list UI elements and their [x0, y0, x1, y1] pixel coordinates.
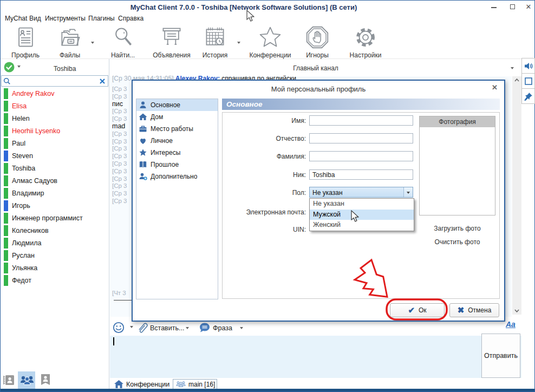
channel-header[interactable]: Главный канал [110, 59, 521, 76]
nav-item-past[interactable]: Прошлое [136, 159, 218, 171]
middle-name-input[interactable] [309, 133, 413, 143]
heart-icon [139, 136, 147, 145]
contacts-group-icon[interactable] [19, 374, 35, 387]
emoji-icon[interactable] [113, 322, 125, 334]
contact-row[interactable]: Andrey Rakov [1, 88, 109, 100]
status-bar [4, 175, 8, 186]
window-title: MyChat Client 7.0.0 - Toshiba [Network S… [1, 3, 487, 11]
status-bar [4, 163, 8, 174]
contact-row[interactable]: Steven [1, 150, 109, 162]
first-name-input[interactable] [309, 115, 413, 126]
cancel-button[interactable]: ✖ Отмена [449, 303, 499, 317]
contact-row[interactable]: Игорь [1, 200, 109, 212]
history-dropdown-caret[interactable] [237, 42, 240, 44]
contact-row[interactable]: Toshiba [1, 162, 109, 175]
nav-item-interests[interactable]: Интересы [136, 147, 218, 159]
contact-row[interactable]: Федот [1, 275, 109, 287]
combobox-button[interactable] [403, 187, 413, 197]
ok-button[interactable]: ✔ Ок [390, 303, 445, 317]
status-dropdown-caret[interactable] [17, 66, 21, 68]
sound-button[interactable] [521, 58, 535, 74]
menu-plugins[interactable]: Плагины [88, 15, 115, 22]
dropdown-option[interactable]: Женский [310, 220, 414, 231]
contact-row[interactable]: Алмас Садуов [1, 175, 109, 187]
contact-row[interactable]: Людмила [1, 237, 109, 250]
contact-row[interactable]: Heorhii Lysenko [1, 125, 109, 138]
field-label: Пол: [225, 189, 306, 197]
status-online-icon[interactable] [3, 61, 15, 73]
send-button[interactable]: Отправить [481, 334, 520, 378]
contact-row[interactable]: Колесников [1, 225, 109, 237]
load-photo-link[interactable]: Загрузить фото [419, 225, 495, 232]
stop-hand-icon [291, 25, 343, 49]
dialog-title: Мой персональный профиль [133, 85, 504, 93]
attach-icon[interactable] [137, 322, 148, 334]
toolbar-history-button[interactable]: История [189, 25, 241, 59]
pin-button[interactable] [521, 88, 535, 104]
chat-scrollbar[interactable] [512, 76, 521, 315]
field-label: Электронная почта: [225, 208, 306, 216]
menu-mychat[interactable]: MyChat [5, 15, 27, 22]
toolbar: Профиль Файлы Найти... [1, 24, 534, 59]
nav-item-personal[interactable]: Личное [136, 135, 218, 147]
nick-input[interactable]: Toshiba [309, 169, 413, 180]
status-bar [4, 88, 8, 99]
nav-item-home[interactable]: Дом [136, 111, 218, 123]
status-bar [4, 200, 8, 211]
square-icon [524, 77, 533, 86]
photo-header: Фотография [420, 116, 495, 127]
contact-row[interactable]: Владимир [1, 187, 109, 200]
contact-row[interactable]: Инженер программист [1, 212, 109, 225]
files-dropdown-caret[interactable] [91, 42, 94, 44]
speaker-icon [524, 61, 533, 71]
contact-row[interactable]: Ульянка [1, 262, 109, 275]
font-settings-link[interactable]: Aa [506, 320, 516, 329]
scroll-up-icon[interactable] [514, 79, 519, 82]
phrase-dropdown-caret[interactable] [240, 327, 243, 329]
nav-item-additional[interactable]: Дополнительно [136, 171, 218, 182]
nav-item-work[interactable]: Место работы [136, 123, 218, 135]
clear-search-icon[interactable] [99, 78, 106, 84]
scroll-down-icon[interactable] [514, 309, 519, 312]
insert-label[interactable]: Вставить... [150, 324, 184, 332]
tab-main-active[interactable]: main [16] [173, 379, 217, 389]
dropdown-option[interactable]: Не указан [310, 199, 414, 210]
maximize-button[interactable] [508, 3, 517, 11]
dialog-close-icon[interactable]: ✕ [492, 83, 498, 92]
contact-row[interactable]: Paul [1, 138, 109, 150]
toolbar-settings-button[interactable]: Настройки [340, 25, 392, 59]
star-icon [244, 25, 296, 49]
menu-tools[interactable]: Инструменты [45, 15, 86, 22]
contact-search[interactable] [1, 75, 108, 87]
toolbar-search-button[interactable]: Найти... [97, 25, 149, 59]
toolbar-ignores-button[interactable]: Игноры [291, 25, 343, 59]
clear-photo-link[interactable]: Очистить фото [419, 238, 495, 246]
contact-row[interactable]: Руслан [1, 250, 109, 262]
message-input[interactable] [110, 336, 521, 378]
nav-item-general[interactable]: Основное [136, 99, 218, 111]
toolbar-conferences-button[interactable]: Конференции [244, 25, 296, 59]
contact-row[interactable]: Helen [1, 113, 109, 125]
menu-view[interactable]: Вид [29, 15, 41, 22]
last-name-input[interactable] [309, 151, 413, 161]
home-icon [114, 380, 123, 388]
contact-card-icon[interactable] [3, 374, 16, 387]
calendar-icon [189, 25, 241, 49]
emoji-dropdown-caret[interactable] [130, 326, 133, 328]
tab-conferences[interactable]: Конференции [114, 379, 169, 389]
dropdown-option-highlighted[interactable]: Мужской [310, 210, 414, 220]
status-bar [4, 275, 8, 286]
phrase-icon[interactable] [199, 322, 211, 334]
close-button[interactable]: ✕ [524, 3, 533, 11]
phrase-label[interactable]: Фраза [213, 324, 232, 332]
insert-dropdown-caret[interactable] [186, 327, 189, 329]
channel-dropdown-caret[interactable] [511, 67, 514, 69]
search-icon [97, 25, 149, 49]
window-mode-button[interactable] [521, 73, 535, 89]
minimize-button[interactable] [490, 3, 498, 11]
toolbar-files-button[interactable]: Файлы [44, 25, 96, 59]
badge-person-icon[interactable] [40, 373, 51, 387]
menu-help[interactable]: Справка [118, 15, 143, 22]
gender-combobox[interactable]: Не указан [309, 187, 413, 198]
contact-row[interactable]: Elisa [1, 100, 109, 113]
